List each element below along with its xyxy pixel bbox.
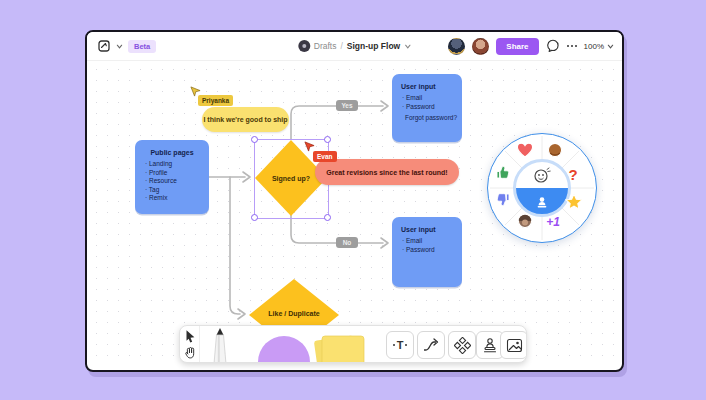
list-item: Password bbox=[402, 246, 462, 255]
heart-emoji-icon[interactable] bbox=[516, 141, 535, 160]
list-item: Resource bbox=[145, 177, 209, 186]
text-tool-icon: T bbox=[397, 340, 404, 351]
connector-label-no[interactable]: No bbox=[336, 237, 358, 248]
sticky-title: User input bbox=[401, 83, 462, 90]
list-item: Remix bbox=[145, 194, 209, 203]
share-button[interactable]: Share bbox=[496, 38, 538, 55]
selection-handle[interactable] bbox=[251, 214, 258, 221]
tool-palette: T bbox=[179, 325, 527, 363]
list-item: Email bbox=[402, 237, 462, 246]
shape-tool[interactable] bbox=[258, 334, 310, 363]
svg-text:?: ? bbox=[568, 166, 577, 183]
list-item: Email bbox=[402, 94, 462, 103]
main-menu-icon[interactable] bbox=[97, 39, 111, 53]
select-tool-icon[interactable] bbox=[183, 328, 197, 344]
topbar: Beta Drafts / Sign-up Flow Share bbox=[87, 32, 622, 61]
breadcrumb-separator: / bbox=[340, 41, 342, 51]
thumbs-up-emoji-icon[interactable] bbox=[494, 163, 512, 181]
emote-wheel[interactable]: ? +1 bbox=[487, 133, 597, 243]
menu-chevron-down-icon[interactable] bbox=[116, 43, 123, 50]
connector-tool-icon bbox=[423, 337, 440, 353]
zoom-chevron-down-icon bbox=[607, 43, 614, 50]
selection-handle[interactable] bbox=[324, 136, 331, 143]
sticky-note-tool[interactable] bbox=[314, 332, 374, 363]
desktop-background: Beta Drafts / Sign-up Flow Share bbox=[0, 0, 706, 400]
sticky-list: Email Password bbox=[402, 237, 462, 254]
forgot-password-text: Forgot password? bbox=[405, 114, 462, 121]
list-item: Tag bbox=[145, 186, 209, 195]
text-handle-dot bbox=[393, 344, 395, 346]
user-input-bottom-sticky[interactable]: User input Email Password bbox=[392, 217, 462, 287]
text-handle-dot bbox=[405, 344, 407, 346]
like-duplicate-diamond-label: Like / Duplicate bbox=[268, 310, 319, 317]
marker-tool[interactable] bbox=[205, 327, 235, 363]
whiteboard-canvas[interactable]: Signed up? Like / Duplicate Yes No Publi… bbox=[87, 60, 618, 366]
list-item: Password bbox=[402, 103, 462, 112]
evan-comment-bubble[interactable]: Great revisions since the last round! bbox=[315, 159, 459, 185]
stamp-tool-icon bbox=[482, 337, 498, 353]
priyanka-name-tag: Priyanka bbox=[198, 95, 233, 106]
connector-yes bbox=[291, 106, 383, 139]
shapes-tool-button[interactable] bbox=[448, 331, 476, 359]
stamp-tool-icon[interactable] bbox=[535, 196, 549, 210]
star-emoji-icon[interactable] bbox=[565, 193, 584, 212]
priyanka-cursor-icon bbox=[190, 86, 201, 97]
avatar[interactable] bbox=[448, 38, 465, 55]
hand-tool-icon[interactable] bbox=[183, 345, 197, 360]
pointer-tools-group bbox=[180, 326, 200, 362]
image-tool-icon bbox=[506, 337, 523, 354]
question-mark-emoji-icon[interactable]: ? bbox=[564, 166, 582, 184]
connector-publicpages-to-like bbox=[230, 177, 240, 314]
more-options-icon[interactable] bbox=[567, 45, 577, 47]
sticky-title: Public pages bbox=[135, 149, 209, 156]
selection-handle[interactable] bbox=[324, 214, 331, 221]
file-chevron-down-icon[interactable] bbox=[404, 43, 411, 50]
sticky-list: Email Password bbox=[402, 94, 462, 111]
breadcrumb-folder[interactable]: Drafts bbox=[314, 41, 337, 51]
svg-text:+1: +1 bbox=[546, 215, 560, 229]
thumbs-down-emoji-icon[interactable] bbox=[494, 191, 512, 209]
user-stamp-avatar-icon[interactable] bbox=[516, 212, 534, 230]
list-item: Landing bbox=[145, 160, 209, 169]
plus-one-emoji-icon[interactable]: +1 bbox=[543, 213, 563, 229]
evan-cursor-icon bbox=[304, 141, 315, 152]
evan-name-tag: Evan bbox=[313, 151, 337, 162]
connector-tool-button[interactable] bbox=[417, 331, 445, 359]
cookie-emoji-icon[interactable] bbox=[546, 141, 564, 159]
breadcrumb: Drafts / Sign-up Flow bbox=[298, 32, 411, 60]
shapes-tool-icon bbox=[454, 337, 471, 354]
public-pages-sticky[interactable]: Public pages Landing Profile Resource Ta… bbox=[135, 140, 209, 214]
file-thumbnail-icon bbox=[298, 40, 310, 52]
text-tool-button[interactable]: T bbox=[386, 331, 414, 359]
connector-label-yes[interactable]: Yes bbox=[336, 100, 358, 111]
beta-badge: Beta bbox=[128, 40, 156, 53]
sticky-title: User input bbox=[401, 226, 462, 233]
emote-face-icon[interactable] bbox=[533, 166, 551, 184]
breadcrumb-file-name[interactable]: Sign-up Flow bbox=[347, 41, 400, 51]
zoom-control[interactable]: 100% bbox=[584, 42, 614, 51]
figjam-window: Beta Drafts / Sign-up Flow Share bbox=[85, 30, 624, 372]
user-input-top-sticky[interactable]: User input Email Password Forgot passwor… bbox=[392, 74, 462, 142]
topbar-left: Beta bbox=[97, 32, 156, 60]
priyanka-comment-bubble[interactable]: I think we're good to ship bbox=[202, 107, 289, 132]
avatar[interactable] bbox=[472, 38, 489, 55]
sticky-list: Landing Profile Resource Tag Remix bbox=[145, 160, 209, 203]
image-tool-button[interactable] bbox=[500, 331, 527, 359]
topbar-right: Share 100% bbox=[448, 32, 614, 60]
comment-icon[interactable] bbox=[546, 39, 560, 53]
selection-handle[interactable] bbox=[251, 136, 258, 143]
zoom-level: 100% bbox=[584, 42, 604, 51]
list-item: Profile bbox=[145, 169, 209, 178]
